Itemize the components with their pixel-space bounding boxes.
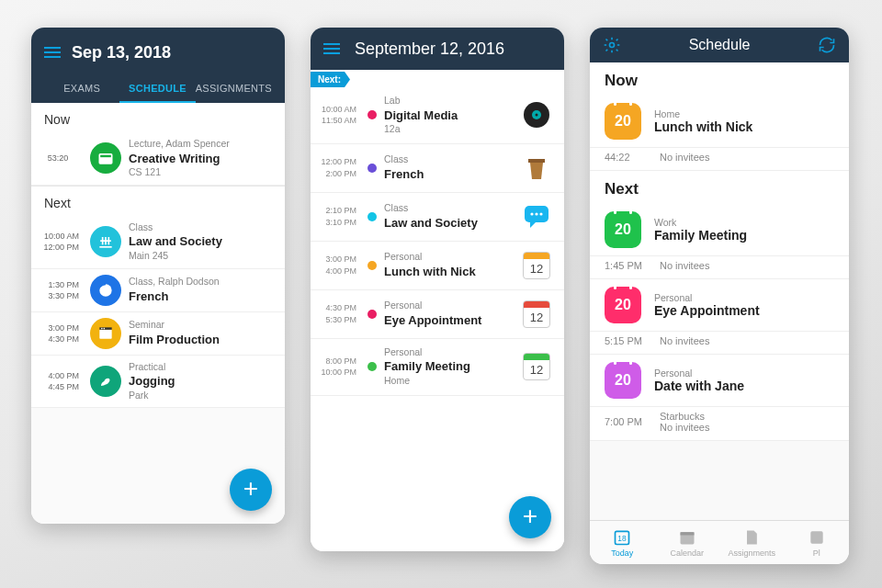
event-row[interactable]: 4:30 PM5:30 PM Personal Eye Appointment … — [311, 290, 564, 339]
event-invitees: No invitees — [660, 152, 709, 163]
event-row[interactable]: 10:00 AM11:50 AM Lab Digital Media 12a — [311, 87, 564, 144]
bottom-tab-bar: 18 Today Calendar Assignments Pl — [590, 520, 849, 564]
date-title: September 12, 2016 — [355, 40, 504, 59]
event-dot — [368, 212, 377, 221]
tab-assignments[interactable]: Assignments — [719, 521, 785, 564]
event-time: 4:00 PM4:45 PM — [37, 370, 83, 392]
section-now: Now — [590, 62, 849, 96]
event-row[interactable]: 20 Home Lunch with Nick — [590, 96, 849, 148]
event-row[interactable]: 3:00 PM4:00 PM Personal Lunch with Nick … — [311, 242, 564, 290]
event-meta: 1:45 PM No invitees — [590, 256, 849, 279]
tab-planner[interactable]: Pl — [785, 521, 850, 564]
event-countdown: 53:20 — [37, 153, 83, 164]
plus-icon: + — [243, 476, 258, 502]
menu-icon[interactable] — [323, 40, 340, 57]
svg-point-18 — [539, 212, 542, 215]
calendar-chip-icon: 12 — [523, 353, 550, 380]
event-time: 10:00 AM12:00 PM — [37, 231, 83, 253]
svg-rect-23 — [680, 532, 694, 535]
event-title: Lunch with Nick — [654, 119, 752, 134]
event-title: Law and Society — [384, 215, 520, 232]
header: Sep 13, 2018 EXAMS SCHEDULE ASSIGNMENTS — [31, 28, 285, 103]
event-subtitle: Lecture, Adam Spencer — [129, 138, 276, 151]
event-subtitle: Class — [129, 221, 276, 234]
svg-rect-24 — [810, 531, 822, 543]
event-title: Creative Writing — [129, 151, 276, 167]
phone-schedule-ios: Schedule Now 20 Home Lunch with Nick 44:… — [590, 28, 849, 564]
event-category: Personal — [384, 300, 520, 312]
event-icon — [90, 275, 121, 306]
header: September 12, 2016 — [311, 28, 564, 70]
event-icon — [90, 142, 121, 174]
event-row[interactable]: 4:00 PM4:45 PM Practical Jogging Park — [31, 356, 285, 409]
tab-today[interactable]: 18 Today — [590, 521, 655, 564]
event-row[interactable]: 12:00 PM2:00 PM Class French — [311, 144, 564, 193]
event-row[interactable]: 53:20 Lecture, Adam Spencer Creative Wri… — [31, 132, 285, 186]
add-button[interactable]: + — [509, 496, 551, 538]
calendar-icon — [677, 528, 697, 547]
today-icon: 18 — [612, 528, 632, 547]
planner-icon — [807, 528, 827, 547]
event-type-icon — [520, 200, 553, 233]
event-time: 1:45 PM — [605, 260, 660, 271]
event-row[interactable]: 2:10 PM3:10 PM Class Law and Society — [311, 193, 564, 242]
event-category: Home — [654, 108, 752, 119]
event-time: 12:00 PM2:00 PM — [314, 156, 360, 179]
tab-bar: EXAMS SCHEDULE ASSIGNMENTS — [44, 74, 272, 103]
tab-schedule[interactable]: SCHEDULE — [119, 74, 195, 103]
event-row[interactable]: 10:00 AM12:00 PM Class Law and Society M… — [31, 216, 285, 269]
tab-assignments[interactable]: ASSIGNMENTS — [196, 74, 272, 103]
event-title: Digital Media — [384, 107, 520, 124]
event-title: Jogging — [129, 373, 276, 390]
event-time: 1:30 PM3:30 PM — [37, 279, 83, 301]
tab-exams[interactable]: EXAMS — [44, 74, 119, 103]
event-row[interactable]: 8:00 PM10:00 PM Personal Family Meeting … — [311, 339, 564, 396]
event-type-icon: 12 — [520, 350, 553, 383]
calendar-icon: 20 — [605, 103, 641, 140]
event-meta: 5:15 PM No invitees — [590, 332, 849, 355]
event-type-icon — [520, 98, 553, 131]
section-now: Now — [31, 103, 285, 132]
event-room: CS 121 — [129, 166, 276, 179]
event-meta: 7:00 PM StarbucksNo invitees — [590, 407, 849, 441]
event-time: 5:15 PM — [605, 335, 660, 346]
sync-icon[interactable] — [818, 36, 836, 54]
svg-rect-1 — [100, 155, 111, 158]
tab-calendar[interactable]: Calendar — [655, 521, 720, 564]
calendar-chip-icon: 12 — [523, 252, 550, 279]
event-dot — [368, 362, 377, 371]
event-title: French — [384, 166, 520, 183]
event-note: 12a — [384, 123, 520, 136]
event-row[interactable]: 3:00 PM4:30 PM Seminar Film Production — [31, 312, 285, 356]
event-row[interactable]: 20 Personal Eye Appointment — [590, 279, 849, 332]
event-category: Class — [384, 202, 520, 215]
menu-icon[interactable] — [44, 44, 61, 61]
section-next: Next — [31, 186, 285, 216]
phone-schedule-tabs: Sep 13, 2018 EXAMS SCHEDULE ASSIGNMENTS … — [31, 28, 285, 524]
event-row[interactable]: 20 Work Family Meeting — [590, 204, 849, 256]
add-button[interactable]: + — [230, 469, 272, 511]
event-icon — [90, 318, 121, 349]
event-row[interactable]: 20 Personal Date with Jane — [590, 355, 849, 407]
svg-point-16 — [530, 212, 533, 215]
calendar-chip-icon: 12 — [523, 300, 550, 328]
event-category: Lab — [384, 95, 520, 107]
svg-rect-7 — [99, 329, 111, 338]
event-title: Lunch with Nick — [384, 264, 520, 280]
event-time: 44:22 — [605, 152, 660, 163]
event-time: 7:00 PM — [605, 416, 660, 427]
event-category: Work — [654, 217, 747, 228]
svg-point-10 — [104, 327, 106, 329]
settings-icon[interactable] — [603, 36, 621, 54]
event-time: 3:00 PM4:00 PM — [314, 254, 360, 277]
event-title: Date with Jane — [654, 379, 744, 393]
event-invitees: No invitees — [660, 335, 709, 346]
assignments-icon — [741, 528, 762, 547]
section-next: Next — [590, 171, 849, 204]
event-time: 4:30 PM5:30 PM — [314, 302, 360, 325]
event-row[interactable]: 1:30 PM3:30 PM Class, Ralph Dodson Frenc… — [31, 269, 285, 312]
header: Schedule — [590, 28, 849, 62]
event-time: 2:10 PM3:10 PM — [314, 205, 360, 228]
event-invitees: StarbucksNo invitees — [660, 411, 709, 433]
event-title: Eye Appointment — [654, 303, 760, 318]
